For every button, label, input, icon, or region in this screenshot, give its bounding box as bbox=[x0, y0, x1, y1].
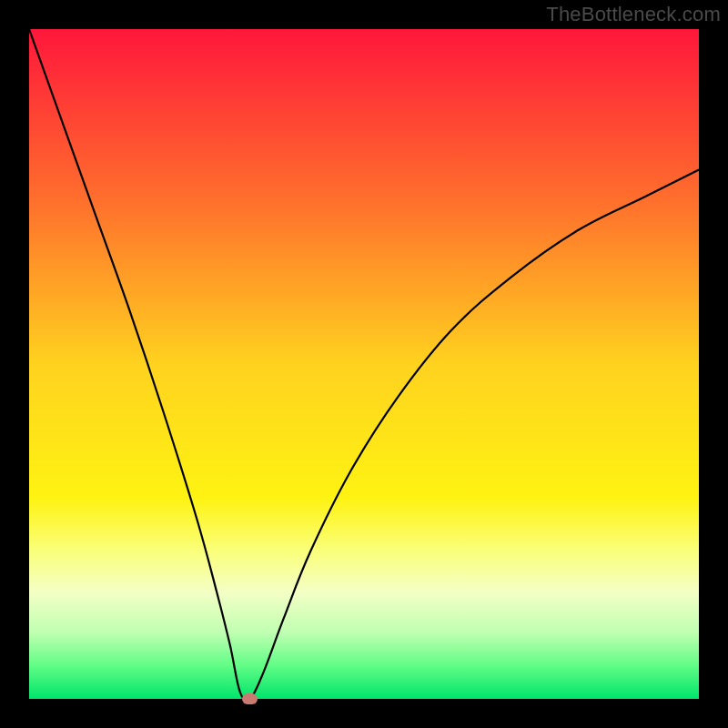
plot-area bbox=[29, 29, 699, 699]
chart-background bbox=[29, 29, 699, 699]
chart-frame: TheBottleneck.com bbox=[0, 0, 728, 728]
optimal-point-marker bbox=[242, 693, 258, 704]
watermark-text: TheBottleneck.com bbox=[546, 3, 721, 26]
chart-svg bbox=[29, 29, 699, 699]
